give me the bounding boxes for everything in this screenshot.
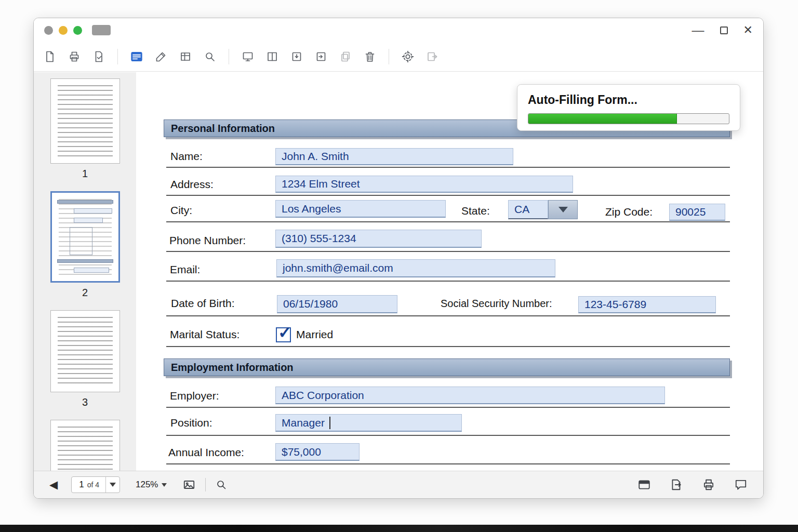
form-row-line [166,435,730,436]
close-button[interactable]: ✕ [743,24,753,36]
sidebar-toggle-icon[interactable] [129,49,144,64]
chevron-down-icon [162,483,167,487]
minimize-button[interactable]: — [692,24,704,36]
name-field[interactable]: John A. Smith [275,148,513,165]
city-value: Los Angeles [282,203,341,215]
section-header-employment: Employment Information [164,358,730,376]
fit-page-icon[interactable] [182,478,196,491]
thumbnail-form-header [57,200,113,204]
phone-field[interactable]: (310) 555-1234 [275,230,482,248]
form-row-line [166,315,730,316]
checkmark-icon: ✓ [278,323,292,342]
zip-field[interactable]: 90025 [669,204,725,221]
two-page-view-icon[interactable] [264,49,280,64]
statusbar-separator [205,478,206,491]
form-row-line [166,251,730,252]
page-export-icon[interactable] [670,478,683,491]
dob-field[interactable]: 06/15/1980 [277,295,397,313]
position-label: Position: [170,417,212,429]
previous-page-button[interactable]: ◀ [49,478,58,491]
marital-checkbox[interactable]: ✓ [276,327,291,342]
export-page-icon[interactable] [313,49,329,64]
text-cursor [329,417,330,429]
insert-table-icon[interactable] [178,49,193,64]
page-thumbnail-number: 2 [82,287,88,299]
search-icon[interactable] [215,478,228,491]
toolbar-separator [389,49,389,64]
email-label: Email: [170,263,200,276]
document-page: Auto-Filling Form... Personal Informatio… [136,72,763,471]
share-icon[interactable] [424,49,440,64]
thumbnail-text-lines [58,317,113,385]
zip-label: Zip Code: [605,206,653,218]
address-label: Address: [170,178,214,191]
thumbnail-form-field [74,218,103,223]
panel-view-icon[interactable] [637,478,651,491]
trash-icon[interactable] [362,49,378,64]
email-field[interactable]: john.smith@email.com [276,259,555,277]
thumbnail-text-lines [58,427,113,471]
thumbnail-form-table [70,227,92,255]
titlebar-tab-pill [92,25,111,35]
window-dot-zoom[interactable] [73,26,82,35]
ssn-field[interactable]: 123-45-6789 [578,296,716,313]
duplicate-page-icon[interactable] [338,49,353,64]
new-document-icon[interactable] [42,49,58,64]
city-field[interactable]: Los Angeles [275,200,446,218]
marital-value: Married [296,328,333,341]
zoom-level: 125% [136,480,158,490]
form-row-line [166,221,730,222]
income-field[interactable]: $75,000 [275,443,360,461]
thumbnail-sidebar: 1 2 3 [34,72,136,471]
thumbnail-form-field [74,208,112,214]
position-value: Manager [282,417,325,429]
page-current: 1 [72,480,87,490]
zip-value: 90025 [675,206,706,218]
state-value: CA [514,203,529,216]
edit-pen-icon[interactable] [153,49,169,64]
page-dropdown-button[interactable] [105,477,119,493]
window-dot-minimize[interactable] [59,26,68,35]
page-thumbnail-2-selected[interactable] [50,191,120,283]
ssn-label: Social Security Number: [441,298,552,310]
address-value: 1234 Elm Street [282,178,360,190]
thumbnail-wrap: 2 [34,191,136,304]
search-icon[interactable] [202,49,218,64]
email-value: john.smith@email.com [283,262,393,274]
form-row-line [166,463,730,464]
address-field[interactable]: 1234 Elm Street [275,176,573,193]
screen: — ✕ [0,0,798,532]
page-thumbnail-number: 3 [82,396,88,408]
page-thumbnail-1[interactable] [50,78,120,164]
page-indicator[interactable]: 1 of 4 [71,476,120,493]
page-of-total: of 4 [87,481,105,489]
chevron-down-icon [558,207,568,212]
comment-icon[interactable] [734,478,748,491]
zoom-control[interactable]: 125% [136,480,167,490]
employer-value: ABC Corporation [282,389,364,402]
form-row-line [166,167,730,168]
position-field[interactable]: Manager [275,414,462,432]
document-check-icon[interactable] [91,49,107,64]
city-label: City: [170,204,192,217]
print-icon[interactable] [66,49,82,64]
dob-label: Date of Birth: [171,297,235,310]
state-dropdown-button[interactable] [548,200,578,219]
titlebar: — ✕ [34,18,763,42]
state-field[interactable]: CA [508,200,548,219]
employer-field[interactable]: ABC Corporation [275,387,665,404]
page-thumbnail-4[interactable] [50,420,120,471]
window-dot-close[interactable] [44,26,53,35]
display-icon[interactable] [240,49,256,64]
page-thumbnail-3[interactable] [50,310,120,392]
printer-icon[interactable] [702,478,715,491]
maximize-button[interactable] [720,26,728,34]
desktop-dock-strip [0,525,798,532]
import-page-icon[interactable] [289,49,304,64]
thumbnail-wrap: 1 [34,78,136,185]
thumbnail-form-field [74,268,109,273]
state-label: State: [461,205,490,217]
settings-gear-icon[interactable] [400,49,416,64]
income-label: Annual Income: [168,446,244,459]
toolbar [34,42,763,72]
